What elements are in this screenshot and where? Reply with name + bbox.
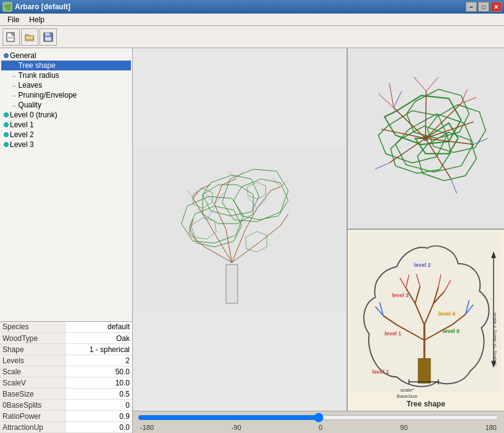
prop-value: 0.5 <box>66 389 132 400</box>
maximize-button[interactable]: □ <box>478 2 489 12</box>
nav-level0[interactable]: Level 0 (trunk) <box>1 110 131 120</box>
svg-rect-7 <box>49 33 51 35</box>
prop-value: 10.0 <box>66 377 132 389</box>
prop-value: Oak <box>66 333 132 344</box>
svg-rect-5 <box>45 33 50 36</box>
nav-level0-label: Level 0 (trunk) <box>10 111 57 119</box>
nav-level2-label: Level 2 <box>10 130 34 139</box>
menu-file[interactable]: File <box>2 14 24 25</box>
toolbar <box>0 26 504 48</box>
prop-key: Species <box>0 322 66 333</box>
slider-label-min: -180 <box>140 424 154 431</box>
properties-panel: SpeciesdefaultWoodTypeOakShape1 - spheri… <box>0 322 132 434</box>
nav-trunk-radius[interactable]: – Trunk radius <box>1 70 131 80</box>
prop-value: 2 <box>66 355 132 366</box>
table-row: WoodTypeOak <box>0 333 132 344</box>
prop-key: Scale <box>0 366 66 377</box>
top-view[interactable] <box>348 48 504 229</box>
slider-labels: -180 -90 0 90 180 <box>133 424 504 433</box>
menu-bar: File Help <box>0 14 504 26</box>
prop-key: BaseSize <box>0 389 66 400</box>
table-row: Scale50.0 <box>0 366 132 377</box>
open-button[interactable] <box>21 28 38 46</box>
table-row: Shape1 - spherical <box>0 344 132 355</box>
table-row: Levels2 <box>0 355 132 366</box>
nav-quality[interactable]: – Quality <box>1 100 131 110</box>
table-row: BaseSize0.5 <box>0 389 132 400</box>
prop-value: 0.0 <box>66 422 132 433</box>
diagram-svg: level 1 <box>348 230 504 411</box>
app-icon: 🌿 <box>2 2 12 12</box>
table-row: Speciesdefault <box>0 322 132 333</box>
svg-text:level 3: level 3 <box>392 292 408 298</box>
top-view-svg <box>348 48 504 229</box>
slider-label-90: 90 <box>400 424 408 431</box>
minimize-button[interactable]: – <box>466 2 477 12</box>
svg-text:scale = Scale +/- ScaleV: scale = Scale +/- ScaleV <box>492 313 498 366</box>
svg-rect-85 <box>418 359 430 384</box>
nav-tree-shape[interactable]: – Tree shape <box>1 61 131 70</box>
main-container: General – Tree shape – Trunk radius – Le… <box>0 48 504 433</box>
prop-key: RatioPower <box>0 411 66 422</box>
save-button[interactable] <box>40 28 57 46</box>
title-bar: 🌿 Arbaro [default] – □ ✕ <box>0 0 504 14</box>
prop-key: WoodType <box>0 333 66 344</box>
dot-icon <box>4 53 9 58</box>
nav-level1[interactable]: Level 1 <box>1 120 131 130</box>
nav-level1-label: Level 1 <box>10 120 34 129</box>
nav-general[interactable]: General <box>1 51 131 61</box>
slider-container <box>133 411 504 424</box>
new-icon <box>6 32 17 43</box>
slider-label-0: 0 <box>319 424 322 431</box>
dot-cyan-icon4 <box>4 142 9 147</box>
close-button[interactable]: ✕ <box>490 2 502 12</box>
nav-pruning[interactable]: – Pruning/Envelope <box>1 90 131 100</box>
nav-level3[interactable]: Level 3 <box>1 140 131 149</box>
prop-value: 50.0 <box>66 366 132 377</box>
right-panels: level 1 <box>346 48 504 411</box>
nav-tree-shape-label: Tree shape <box>19 61 56 70</box>
nav-level3-label: Level 3 <box>10 140 34 149</box>
table-row: RatioPower0.9 <box>0 411 132 422</box>
prop-value: 0.9 <box>66 411 132 422</box>
open-icon <box>24 32 35 43</box>
svg-text:level 0: level 0 <box>443 328 460 334</box>
menu-help[interactable]: Help <box>24 14 49 25</box>
table-row: 0BaseSplits0 <box>0 400 132 411</box>
table-row: AttractionUp0.0 <box>0 422 132 433</box>
nav-leaves[interactable]: – Leaves <box>1 80 131 90</box>
nav-quality-label: Quality <box>19 101 41 109</box>
nav-level2[interactable]: Level 2 <box>1 130 131 140</box>
save-icon <box>43 32 54 43</box>
svg-text:level 1: level 1 <box>372 369 389 375</box>
nav-trunk-radius-label: Trunk radius <box>19 71 59 80</box>
viewport-main: level 1 <box>133 48 504 411</box>
properties-table: SpeciesdefaultWoodTypeOakShape1 - spheri… <box>0 322 132 434</box>
nav-general-label: General <box>10 51 36 60</box>
slider-section: -180 -90 0 90 180 <box>133 411 504 433</box>
svg-rect-6 <box>45 37 51 41</box>
tree-nav: General – Tree shape – Trunk radius – Le… <box>0 48 132 322</box>
prop-key: AttractionUp <box>0 422 66 433</box>
tree-wireframe-svg <box>133 48 346 411</box>
new-button[interactable] <box>2 28 20 46</box>
slider-label-max: 180 <box>485 424 497 431</box>
tree-wireframe-view[interactable] <box>133 48 346 411</box>
rotation-slider[interactable] <box>138 413 499 422</box>
dot-cyan-icon <box>4 112 9 117</box>
prop-key: Levels <box>0 355 66 366</box>
prop-value: default <box>66 322 132 333</box>
svg-text:level 2: level 2 <box>414 262 430 268</box>
diagram-label: Tree shape <box>348 400 504 408</box>
prop-value: 1 - spherical <box>66 344 132 355</box>
dot-cyan-icon3 <box>4 132 9 137</box>
svg-text:level 1: level 1 <box>385 330 401 337</box>
prop-key: Shape <box>0 344 66 355</box>
svg-line-66 <box>426 91 426 138</box>
svg-text:BaseSize: BaseSize <box>397 393 418 399</box>
prop-value: 0 <box>66 400 132 411</box>
diagram-panel: level 1 <box>348 229 504 411</box>
slider-label-n90: -90 <box>232 424 242 431</box>
svg-text:level 4: level 4 <box>439 311 455 317</box>
svg-text:scale*: scale* <box>400 387 414 393</box>
